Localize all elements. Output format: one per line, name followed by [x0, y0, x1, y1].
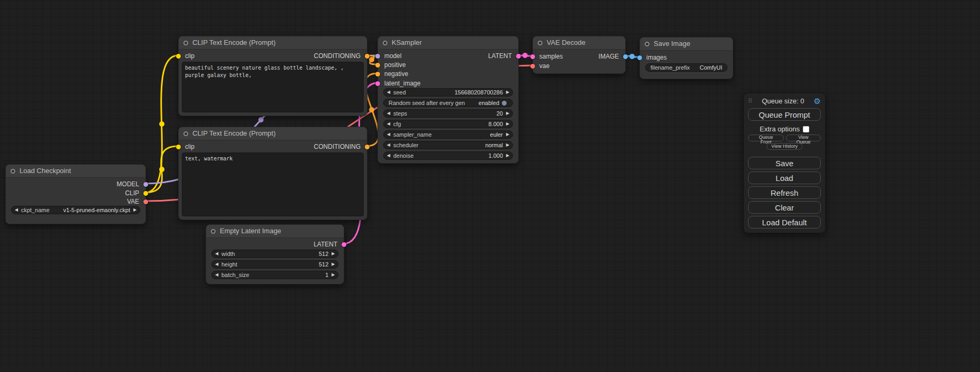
increment-arrow-icon[interactable]: ▶ — [503, 152, 512, 159]
settings-gear-icon[interactable]: ⚙ — [814, 97, 821, 105]
scheduler-widget[interactable]: ◀ scheduler normal ▶ — [383, 141, 513, 149]
refresh-button[interactable]: Refresh — [748, 186, 821, 199]
node-canvas[interactable]: Load Checkpoint MODEL CLIP VAE ◀ ckpt_na… — [0, 0, 980, 372]
output-label-latent: LATENT — [488, 52, 512, 60]
link-midpoint-dot — [159, 167, 164, 172]
node-ksampler[interactable]: KSampler model positive negative latent_… — [377, 36, 519, 164]
link-midpoint-dot — [369, 57, 374, 62]
denoise-widget[interactable]: ◀ denoise 1.000 ▶ — [383, 151, 513, 160]
decrement-arrow-icon[interactable]: ◀ — [384, 89, 393, 96]
increment-arrow-icon[interactable]: ▶ — [503, 120, 512, 128]
random-seed-toggle-widget[interactable]: Random seed after every gen enabled — [383, 99, 513, 107]
prompt-textarea[interactable]: beautiful scenery nature glass bottle la… — [182, 62, 364, 112]
input-slot-images[interactable] — [637, 55, 642, 60]
increment-arrow-icon[interactable]: ▶ — [503, 110, 512, 117]
input-slot-clip[interactable] — [176, 54, 181, 59]
node-load-checkpoint[interactable]: Load Checkpoint MODEL CLIP VAE ◀ ckpt_na… — [5, 164, 146, 224]
queue-front-button[interactable]: Queue Front — [748, 135, 784, 141]
seed-widget[interactable]: ◀ seed 156680208700286 ▶ — [383, 88, 513, 97]
decrement-arrow-icon[interactable]: ◀ — [212, 250, 221, 257]
filename-prefix-widget[interactable]: filename_prefix ComfyUI — [645, 63, 727, 72]
cfg-widget[interactable]: ◀ cfg 8.000 ▶ — [383, 120, 513, 128]
node-title: VAE Decode — [533, 36, 625, 50]
node-title-text: CLIP Text Encode (Prompt) — [192, 39, 276, 46]
decrement-arrow-icon[interactable]: ◀ — [384, 110, 393, 117]
extra-options-checkbox[interactable] — [803, 126, 809, 132]
node-empty-latent-image[interactable]: Empty Latent Image LATENT ◀ width 512 ▶ … — [206, 224, 344, 284]
collapse-dot-icon[interactable] — [11, 169, 15, 174]
drag-handle-icon[interactable]: ⠿ — [748, 98, 752, 104]
input-slot-negative[interactable] — [375, 72, 380, 77]
input-slot-latent-image[interactable] — [375, 81, 380, 86]
view-queue-button[interactable]: View Queue — [786, 135, 821, 141]
node-vae-decode[interactable]: VAE Decode samples vae IMAGE — [532, 36, 626, 74]
save-button[interactable]: Save — [748, 157, 821, 169]
queue-size-label: Queue size: 0 — [752, 97, 813, 105]
widget-name: batch_size — [221, 272, 249, 278]
height-widget[interactable]: ◀ height 512 ▶ — [211, 260, 338, 269]
extra-options-label: Extra options — [760, 125, 800, 133]
input-label-images: images — [646, 54, 667, 61]
output-label-image: IMAGE — [598, 53, 619, 60]
node-save-image[interactable]: Save Image images filename_prefix ComfyU… — [639, 37, 733, 79]
steps-widget[interactable]: ◀ steps 20 ▶ — [383, 109, 513, 118]
node-clip-text-encode-positive[interactable]: CLIP Text Encode (Prompt) clip CONDITION… — [178, 36, 367, 116]
view-history-button[interactable]: View History — [766, 143, 802, 150]
ckpt-name-widget[interactable]: ◀ ckpt_name v1-5-pruned-emaonly.ckpt ▶ — [11, 206, 140, 214]
node-title-text: KSampler — [392, 39, 422, 46]
output-slot-conditioning[interactable] — [365, 145, 370, 149]
input-slot-samples[interactable] — [530, 54, 535, 59]
decrement-arrow-icon[interactable]: ◀ — [384, 152, 393, 159]
input-label-latent-image: latent_image — [384, 80, 421, 87]
increment-arrow-icon[interactable]: ▶ — [503, 141, 512, 149]
output-label-conditioning: CONDITIONING — [314, 52, 361, 60]
increment-arrow-icon[interactable]: ▶ — [328, 261, 338, 268]
input-label-clip: clip — [185, 143, 195, 150]
batch-size-widget[interactable]: ◀ batch_size 1 ▶ — [211, 271, 338, 279]
sampler-name-widget[interactable]: ◀ sampler_name euler ▶ — [383, 130, 513, 139]
output-slot-latent[interactable] — [516, 54, 521, 59]
increment-arrow-icon[interactable]: ▶ — [130, 206, 140, 214]
input-label-clip: clip — [185, 52, 195, 60]
input-slot-model[interactable] — [375, 54, 380, 59]
node-clip-text-encode-negative[interactable]: CLIP Text Encode (Prompt) clip CONDITION… — [178, 127, 367, 220]
decrement-arrow-icon[interactable]: ◀ — [384, 120, 393, 128]
widget-value: normal — [485, 142, 503, 148]
output-slot-image[interactable] — [623, 54, 628, 59]
input-slot-positive[interactable] — [375, 63, 380, 68]
load-button[interactable]: Load — [748, 171, 821, 184]
input-slot-clip[interactable] — [176, 145, 181, 149]
output-slot-conditioning[interactable] — [365, 54, 370, 59]
increment-arrow-icon[interactable]: ▶ — [503, 89, 512, 96]
output-label-conditioning: CONDITIONING — [314, 143, 361, 150]
collapse-dot-icon[interactable] — [183, 131, 188, 136]
decrement-arrow-icon[interactable]: ◀ — [212, 271, 221, 279]
increment-arrow-icon[interactable]: ▶ — [503, 131, 512, 138]
node-title-text: VAE Decode — [547, 39, 585, 46]
output-slot-vae[interactable] — [143, 199, 148, 204]
collapse-dot-icon[interactable] — [183, 41, 188, 45]
prompt-textarea[interactable]: text, watermark — [182, 152, 364, 216]
width-widget[interactable]: ◀ width 512 ▶ — [211, 250, 338, 258]
queue-prompt-button[interactable]: Queue Prompt — [748, 108, 821, 121]
decrement-arrow-icon[interactable]: ◀ — [212, 261, 221, 268]
widget-name: scheduler — [393, 142, 419, 148]
output-slot-clip[interactable] — [143, 191, 148, 196]
queue-menu-panel[interactable]: ⠿ Queue size: 0 ⚙ Queue Prompt Extra opt… — [743, 93, 826, 233]
decrement-arrow-icon[interactable]: ◀ — [12, 206, 21, 214]
clear-button[interactable]: Clear — [748, 201, 821, 214]
increment-arrow-icon[interactable]: ▶ — [328, 250, 338, 257]
output-slot-latent[interactable] — [342, 242, 346, 247]
decrement-arrow-icon[interactable]: ◀ — [384, 141, 393, 149]
collapse-dot-icon[interactable] — [538, 41, 542, 45]
increment-arrow-icon[interactable]: ▶ — [328, 271, 338, 279]
toggle-indicator-icon[interactable] — [502, 101, 507, 106]
collapse-dot-icon[interactable] — [645, 42, 649, 46]
collapse-dot-icon[interactable] — [383, 41, 387, 45]
load-default-button[interactable]: Load Default — [748, 216, 821, 228]
input-slot-vae[interactable] — [530, 64, 535, 69]
output-slot-model[interactable] — [143, 182, 148, 187]
collapse-dot-icon[interactable] — [211, 229, 216, 234]
decrement-arrow-icon[interactable]: ◀ — [384, 131, 393, 138]
node-title: KSampler — [378, 36, 518, 50]
